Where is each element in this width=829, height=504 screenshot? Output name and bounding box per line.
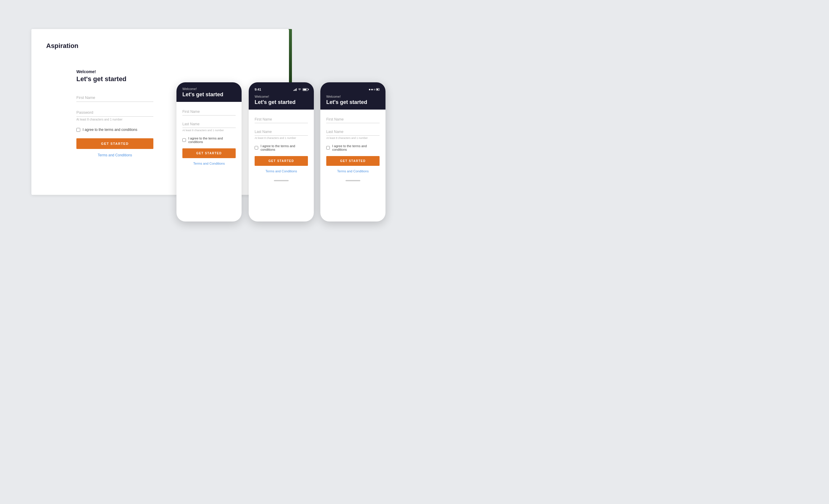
phone-1-get-started-button[interactable]: GET STARTED xyxy=(182,148,236,158)
phone-3-terms-link[interactable]: Terms and Conditions xyxy=(326,169,380,173)
phone-3-header: Welcome! Let's get started xyxy=(320,82,386,110)
phone-2-status-bar: 9:41 xyxy=(255,87,308,92)
phone-1-body: At least 8 characters and 1 number I agr… xyxy=(176,102,242,170)
desktop-password-input[interactable] xyxy=(76,108,153,117)
desktop-get-started-button[interactable]: GET STARTED xyxy=(76,138,153,149)
phone-1-header: Welcome! Let's get started xyxy=(176,82,242,102)
desktop-password-field: At least 8 characters and 1 number xyxy=(76,108,153,121)
phone-2-header: 9:41 xyxy=(249,82,314,110)
phone-2-last-name-input[interactable] xyxy=(255,128,308,136)
phone-3-battery-icon xyxy=(376,88,380,91)
desktop-first-name-field xyxy=(76,93,153,102)
phone-3-terms-checkbox[interactable] xyxy=(326,146,330,149)
phone-2-checkbox-label: I agree to the terms and conditions xyxy=(260,144,308,151)
phone-1-first-name-group xyxy=(182,108,236,115)
phone-3-welcome-title: Let's get started xyxy=(326,99,380,105)
phone-3-last-name-group: At least 8 characters and 1 number xyxy=(326,128,380,140)
phone-2-terms-link[interactable]: Terms and Conditions xyxy=(255,169,308,173)
phone-2: 9:41 xyxy=(249,82,314,221)
phone-3-checkbox-row: I agree to the terms and conditions xyxy=(326,144,380,151)
phone-1-last-name-input[interactable] xyxy=(182,120,236,128)
phone-1: Welcome! Let's get started At least 8 ch… xyxy=(176,82,242,221)
scene: Aspiration Welcome! Let's get started At… xyxy=(0,0,829,504)
phone-3-last-name-input[interactable] xyxy=(326,128,380,136)
phone-2-hint: At least 8 characters and 1 number xyxy=(255,137,308,140)
phone-1-checkbox-label: I agree to the terms and conditions xyxy=(188,137,236,144)
wifi-icon xyxy=(298,88,301,91)
desktop-welcome-section: Welcome! Let's get started xyxy=(76,69,127,83)
desktop-checkbox-label: I agree to the terms and conditions xyxy=(83,128,137,132)
status-dot-2 xyxy=(371,89,373,90)
phone-3: Welcome! Let's get started At least 8 ch… xyxy=(320,82,386,221)
phone-2-terms-checkbox[interactable] xyxy=(255,146,258,149)
phone-2-home-bar xyxy=(274,180,289,181)
phone-1-hint: At least 8 characters and 1 number xyxy=(182,129,236,132)
desktop-terms-link[interactable]: Terms and Conditions xyxy=(76,153,153,157)
phone-3-home-bar xyxy=(346,180,360,181)
desktop-welcome-title: Let's get started xyxy=(76,75,127,83)
phone-1-terms-link[interactable]: Terms and Conditions xyxy=(182,162,236,165)
phone-3-checkbox-label: I agree to the terms and conditions xyxy=(332,144,380,151)
phone-2-first-name-group xyxy=(255,115,308,123)
phone-3-body: At least 8 characters and 1 number I agr… xyxy=(320,110,386,178)
phone-1-welcome-title: Let's get started xyxy=(182,92,236,98)
desktop-password-hint: At least 8 characters and 1 number xyxy=(76,118,153,121)
phone-2-welcome-title: Let's get started xyxy=(255,99,308,105)
phone-3-status-bar xyxy=(326,87,380,92)
phone-2-checkbox-row: I agree to the terms and conditions xyxy=(255,144,308,151)
status-dot-3 xyxy=(374,89,375,90)
phone-1-last-name-group: At least 8 characters and 1 number xyxy=(182,120,236,132)
status-dot-1 xyxy=(369,89,370,90)
desktop-checkbox-row: I agree to the terms and conditions xyxy=(76,128,153,132)
phone-1-checkbox-row: I agree to the terms and conditions xyxy=(182,137,236,144)
phone-3-first-name-group xyxy=(326,115,380,123)
phone-2-get-started-button[interactable]: GET STARTED xyxy=(255,156,308,166)
phone-3-first-name-input[interactable] xyxy=(326,115,380,123)
signal-icon xyxy=(293,88,297,91)
battery-icon xyxy=(302,88,308,91)
desktop-first-name-input[interactable] xyxy=(76,93,153,102)
phone-1-terms-checkbox[interactable] xyxy=(182,138,186,142)
phone-3-welcome-label: Welcome! xyxy=(326,95,380,98)
phone-1-welcome-label: Welcome! xyxy=(182,87,236,91)
desktop-welcome-label: Welcome! xyxy=(76,69,127,74)
desktop-form: At least 8 characters and 1 number I agr… xyxy=(76,93,153,157)
phone-3-get-started-button[interactable]: GET STARTED xyxy=(326,156,380,166)
desktop-terms-checkbox[interactable] xyxy=(76,128,80,132)
phone-2-body: At least 8 characters and 1 number I agr… xyxy=(249,110,314,178)
phone-1-first-name-input[interactable] xyxy=(182,108,236,115)
brand-logo: Aspiration xyxy=(46,42,78,50)
phone-2-time: 9:41 xyxy=(255,88,261,91)
phone-2-first-name-input[interactable] xyxy=(255,115,308,123)
phone-2-status-icons xyxy=(293,88,308,91)
phone-2-last-name-group: At least 8 characters and 1 number xyxy=(255,128,308,140)
phone-3-status-dots xyxy=(369,88,380,91)
phone-3-hint: At least 8 characters and 1 number xyxy=(326,137,380,140)
phone-2-welcome-label: Welcome! xyxy=(255,95,308,98)
